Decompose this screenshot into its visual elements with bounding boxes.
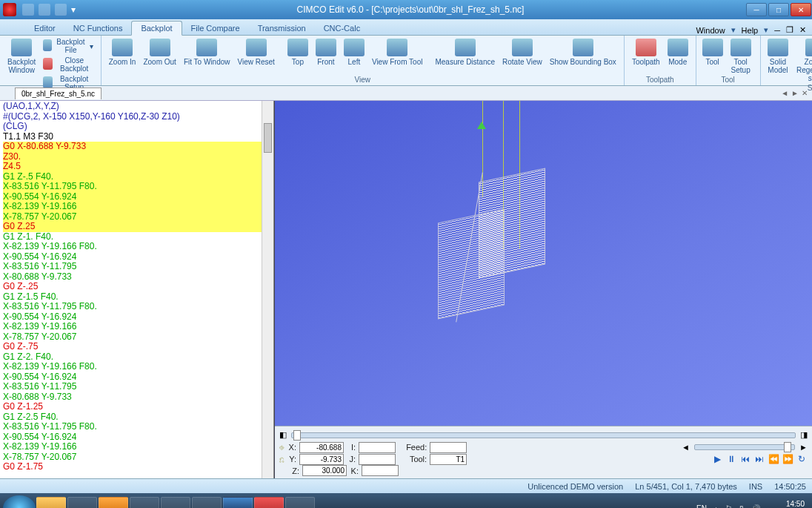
coord-y-field[interactable] — [299, 454, 344, 465]
code-line[interactable]: G1 Z-2.5 F40. — [3, 412, 270, 423]
fit-window-button[interactable]: Fit To Window — [181, 37, 233, 67]
step-fwd-button[interactable]: ⏭ — [753, 453, 765, 465]
toolpath-button[interactable]: Toolpath — [629, 37, 663, 67]
code-line[interactable]: X-83.516 Y-11.795 F80. — [3, 302, 270, 312]
play-button[interactable]: ▶ — [711, 453, 723, 465]
tab-editor[interactable]: Editor — [25, 22, 64, 35]
code-line[interactable]: X-90.554 Y-16.924 — [3, 372, 270, 383]
code-line[interactable]: X-82.139 Y-19.166 — [3, 202, 270, 212]
code-line[interactable]: X-83.516 Y-11.795 F80. — [3, 422, 270, 432]
code-line[interactable]: X-83.516 Y-11.795 — [3, 382, 270, 392]
skip-fwd-button[interactable]: ⏩ — [782, 453, 793, 465]
code-line[interactable]: X-90.554 Y-16.924 — [3, 432, 270, 443]
maximize-button[interactable]: □ — [768, 3, 789, 16]
tray-vol-icon[interactable]: 🔊 — [751, 504, 760, 509]
speed-minus-icon[interactable]: ◄ — [682, 443, 690, 452]
timeline-slider[interactable] — [291, 432, 796, 438]
qat-save-icon[interactable] — [39, 4, 50, 16]
skip-back-button[interactable]: ⏪ — [768, 453, 779, 465]
taskbar-app2-icon[interactable] — [99, 497, 128, 508]
coord-x-field[interactable] — [299, 442, 344, 453]
code-line[interactable]: X-78.757 Y-20.067 — [3, 452, 270, 463]
code-line[interactable]: T1.1 M3 F30 — [3, 132, 270, 142]
3d-view[interactable] — [275, 101, 812, 426]
code-line[interactable]: Z30. — [3, 152, 270, 162]
regenerate-solid-button[interactable]: Zoom / Regenerate solid — [792, 37, 812, 84]
doc-nav-left-icon[interactable]: ◄ — [781, 89, 788, 97]
code-line[interactable]: X-90.554 Y-16.924 — [3, 312, 270, 323]
close-button[interactable]: ✕ — [791, 3, 811, 16]
code-line[interactable]: G0 Z.25 — [3, 222, 270, 232]
zoom-out-button[interactable]: Zoom Out — [140, 37, 179, 67]
tray-net-icon[interactable]: ▯ — [739, 504, 744, 509]
qat-new-icon[interactable] — [22, 4, 34, 16]
code-line[interactable]: X-82.139 Y-19.166 — [3, 322, 270, 332]
tray-lang[interactable]: EN — [696, 504, 707, 509]
tab-backplot[interactable]: Backplot — [131, 21, 182, 36]
view-top-button[interactable]: Top — [284, 37, 311, 67]
code-line[interactable]: G0 X-80.688 Y-9.733 — [3, 142, 270, 152]
window-menu[interactable]: Window — [696, 26, 725, 35]
taskbar-chrome-icon[interactable] — [130, 497, 159, 508]
view-reset-button[interactable]: View Reset — [235, 37, 278, 67]
code-line[interactable]: G1 Z-.5 F40. — [3, 172, 270, 182]
code-line[interactable]: G0 Z-1.25 — [3, 402, 270, 412]
code-line[interactable]: G1 Z-1.5 F40. — [3, 292, 270, 303]
taskbar-paint-icon[interactable] — [285, 497, 315, 508]
code-line[interactable]: G0 Z-1.75 — [3, 462, 270, 472]
tab-transmission[interactable]: Transmission — [249, 22, 315, 35]
code-line[interactable]: X-82.139 Y-19.166 F80. — [3, 362, 270, 372]
view-left-button[interactable]: Left — [341, 37, 367, 67]
step-back-button[interactable]: ⏮ — [739, 453, 751, 465]
tab-file-compare[interactable]: File Compare — [182, 22, 249, 35]
timeline-end-icon[interactable]: ◨ — [800, 430, 808, 440]
doc-nav-right-icon[interactable]: ► — [791, 89, 799, 97]
coord-z-field[interactable] — [302, 465, 347, 476]
lock-icon[interactable]: ⎆ — [279, 443, 284, 452]
pause-button[interactable]: ⏸ — [725, 453, 737, 465]
code-line[interactable]: X-90.554 Y-16.924 — [3, 252, 270, 263]
measure-distance-button[interactable]: Measure Distance — [432, 37, 498, 67]
code-line[interactable]: X-83.516 Y-11.795 F80. — [3, 182, 270, 192]
tray-up-icon[interactable]: ▴ — [714, 504, 718, 509]
code-line[interactable]: X-80.688 Y-9.733 — [3, 392, 270, 403]
code-line[interactable]: #(UCG,2, X-150 X150,Y-160 Y160,Z-30 Z10) — [3, 112, 270, 122]
taskbar-ie-icon[interactable] — [161, 497, 190, 508]
view-from-tool-button[interactable]: View From Tool — [369, 37, 426, 67]
mdi-minimize-icon[interactable]: ─ — [774, 26, 780, 35]
minimize-button[interactable]: ─ — [746, 3, 767, 16]
coord-j-field[interactable] — [359, 454, 396, 465]
bounding-box-button[interactable]: Show Bounding Box — [547, 37, 619, 67]
zoom-in-button[interactable]: Zoom In — [106, 37, 139, 67]
backplot-file-button[interactable]: Backplot File▾ — [40, 37, 96, 55]
taskbar-cimco-icon[interactable] — [254, 497, 284, 508]
view-front-button[interactable]: Front — [313, 37, 339, 67]
tool-field[interactable] — [430, 454, 467, 465]
document-tab[interactable]: 0br_shl_Frez_sh_5.nc — [15, 88, 102, 99]
code-line[interactable]: X-82.139 Y-19.166 — [3, 442, 270, 452]
solid-model-button[interactable]: Solid Model — [765, 37, 791, 76]
system-tray[interactable]: EN ▴ ⚐ ▯ 🔊 14:50 20.07.2014 — [696, 500, 809, 508]
code-line[interactable]: X-80.688 Y-9.733 — [3, 272, 270, 283]
tab-nc-functions[interactable]: NC Functions — [64, 22, 132, 35]
coord-k-field[interactable] — [362, 465, 399, 476]
tool-setup-button[interactable]: Tool Setup — [726, 37, 756, 76]
code-line[interactable]: X-83.516 Y-11.795 — [3, 262, 270, 272]
code-line[interactable]: G1 Z-1. F40. — [3, 232, 270, 243]
code-line[interactable]: X-82.139 Y-19.166 F80. — [3, 242, 270, 252]
start-button[interactable] — [3, 495, 36, 508]
taskbar-explorer-icon[interactable] — [36, 497, 66, 508]
code-line[interactable]: G0 Z-.75 — [3, 342, 270, 352]
code-scrollbar[interactable] — [262, 101, 273, 478]
taskbar-app1-icon[interactable] — [67, 497, 97, 508]
feed-field[interactable] — [430, 442, 467, 453]
mdi-close-icon[interactable]: ✕ — [799, 25, 806, 35]
tab-cnc-calc[interactable]: CNC-Calc — [315, 22, 370, 35]
help-menu[interactable]: Help — [742, 26, 759, 35]
code-line[interactable]: Z4.5 — [3, 162, 270, 172]
mode-button[interactable]: Mode — [665, 37, 691, 67]
taskbar-calc-icon[interactable] — [192, 497, 222, 508]
tool-button[interactable]: Tool — [701, 37, 725, 67]
tray-flag-icon[interactable]: ⚐ — [725, 504, 732, 509]
code-line[interactable]: (UAO,1,X,Y,Z) — [3, 102, 270, 112]
